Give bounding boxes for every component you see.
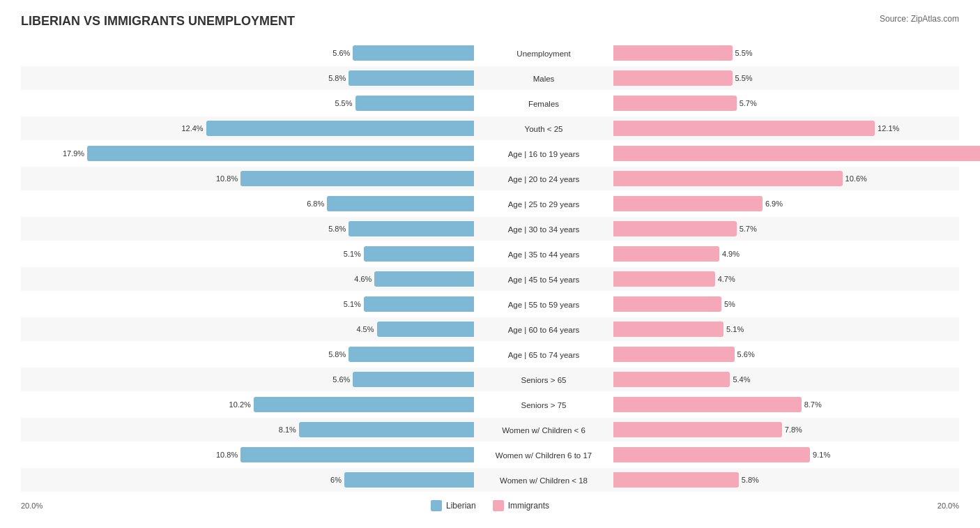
value-left: 5.1% (344, 300, 361, 308)
bar-left-section: 4.6% (21, 267, 474, 291)
bar-row: 8.1% Women w/ Children < 6 7.8% (21, 418, 959, 442)
bar-row: 5.8% Age | 30 to 34 years 5.7% (21, 217, 959, 241)
bar-left-section: 5.8% (21, 66, 474, 90)
bar-left (206, 121, 474, 136)
legend: Liberian Immigrants (431, 500, 549, 511)
bar-right (613, 121, 875, 136)
value-left: 12.4% (181, 124, 203, 133)
bar-right (613, 296, 721, 312)
bar-right-section: 12.1% (613, 116, 980, 140)
rows-container: 5.6% Unemployment 5.5% 5.8% Males 5.5% 5… (21, 41, 959, 492)
bar-left-section: 12.4% (21, 116, 474, 140)
bar-right-section: 18.3% (613, 142, 980, 165)
value-left: 10.8% (216, 451, 238, 459)
bar-label: Age | 20 to 24 years (508, 175, 580, 183)
value-right: 7.8% (785, 425, 802, 434)
bar-right (613, 196, 763, 211)
legend-label-liberian: Liberian (446, 501, 476, 511)
bar-row: 17.9% Age | 16 to 19 years 18.3% (21, 142, 959, 165)
value-left: 5.8% (328, 225, 346, 233)
bar-left (254, 397, 474, 412)
bar-label: Women w/ Children < 6 (502, 426, 585, 435)
bar-left-section: 6.8% (21, 192, 474, 216)
bar-right-section: 5.5% (613, 41, 980, 65)
bar-right (613, 45, 733, 61)
bar-left (349, 70, 474, 86)
bar-label: Males (533, 75, 555, 83)
bar-right (613, 322, 723, 337)
bar-right (613, 347, 735, 362)
bar-label: Youth < 25 (525, 125, 563, 133)
value-right: 5.1% (726, 325, 744, 333)
bar-left-section: 5.8% (21, 217, 474, 241)
bar-left-section: 5.1% (21, 242, 474, 266)
value-right: 5.7% (740, 225, 757, 233)
bar-label: Seniors > 75 (521, 401, 567, 409)
bar-label: Age | 65 to 74 years (508, 351, 580, 359)
bar-right (613, 372, 730, 387)
bar-left (349, 221, 474, 236)
bar-right-section: 5.7% (613, 91, 980, 115)
value-left: 6.8% (307, 199, 324, 208)
bar-row: 5.1% Age | 35 to 44 years 4.9% (21, 242, 959, 266)
value-right: 5.6% (737, 350, 755, 359)
bar-label: Seniors > 65 (521, 376, 567, 384)
value-left: 4.5% (356, 325, 374, 333)
value-right: 4.9% (722, 250, 740, 258)
bar-right (613, 171, 843, 186)
value-left: 5.1% (344, 250, 361, 258)
bar-right (613, 221, 737, 236)
bar-row: 10.2% Seniors > 75 8.7% (21, 393, 959, 416)
bar-left (240, 171, 474, 186)
bar-right (613, 472, 739, 488)
bar-right (613, 422, 782, 437)
bar-right-section: 9.1% (613, 443, 980, 467)
bar-left-section: 5.6% (21, 41, 474, 65)
chart-header: LIBERIAN VS IMMIGRANTS UNEMPLOYMENT Sour… (21, 14, 959, 29)
bar-right-section: 10.6% (613, 167, 980, 190)
bar-left (344, 472, 474, 488)
bar-left (353, 45, 474, 61)
value-left: 8.1% (279, 425, 296, 434)
bar-left (355, 96, 475, 111)
value-right: 4.7% (718, 275, 735, 283)
value-left: 6% (330, 476, 342, 484)
bar-right (613, 397, 802, 412)
bar-left (353, 372, 474, 387)
value-left: 5.8% (328, 74, 346, 82)
bar-left-section: 10.8% (21, 443, 474, 467)
value-left: 5.8% (328, 350, 346, 359)
value-left: 5.5% (335, 99, 352, 107)
bar-right (613, 96, 737, 111)
chart-footer: 20.0% Liberian Immigrants 20.0% (21, 500, 959, 511)
bar-left (299, 422, 474, 437)
bar-label: Age | 35 to 44 years (508, 250, 580, 259)
bar-label: Age | 30 to 34 years (508, 225, 580, 234)
bar-right-section: 8.7% (613, 393, 980, 416)
value-left: 10.8% (216, 174, 238, 183)
value-right: 5.8% (742, 476, 759, 484)
bar-left-section: 5.8% (21, 342, 474, 366)
chart-title: LIBERIAN VS IMMIGRANTS UNEMPLOYMENT (21, 14, 295, 29)
bar-left-section: 17.9% (21, 142, 474, 165)
bar-row: 5.1% Age | 55 to 59 years 5% (21, 292, 959, 316)
bar-label: Age | 45 to 54 years (508, 276, 580, 284)
value-right: 9.1% (813, 451, 830, 459)
bar-left (240, 447, 474, 462)
axis-label-left: 20.0% (21, 501, 43, 510)
bar-row: 12.4% Youth < 25 12.1% (21, 116, 959, 140)
bar-right-section: 5.1% (613, 317, 980, 341)
bar-label: Age | 55 to 59 years (508, 301, 580, 309)
bar-left-section: 6% (21, 468, 474, 492)
bar-right-section: 4.7% (613, 267, 980, 291)
legend-box-immigrants (493, 500, 504, 511)
bar-left-section: 5.1% (21, 292, 474, 316)
bar-left (87, 146, 474, 161)
value-right: 5% (724, 300, 735, 308)
bar-left (364, 246, 474, 262)
bar-left-section: 8.1% (21, 418, 474, 442)
bar-right-section: 5.6% (613, 342, 980, 366)
bar-right-section: 4.9% (613, 242, 980, 266)
bar-left-section: 5.6% (21, 368, 474, 391)
axis-label-right: 20.0% (937, 501, 959, 510)
